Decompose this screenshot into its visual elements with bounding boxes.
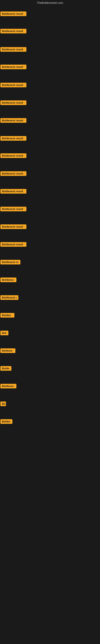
bottleneck-badge-21[interactable]: Bottle: [0, 366, 11, 371]
result-row-24: Bottler: [0, 419, 12, 425]
result-row-17: Bottleneck r: [0, 295, 18, 301]
result-row-16: Bottlenec: [0, 278, 16, 283]
result-row-19: Bot: [0, 331, 8, 336]
bottleneck-badge-9[interactable]: Bottleneck result: [0, 153, 26, 158]
bottleneck-badge-17[interactable]: Bottleneck r: [0, 295, 18, 300]
site-title: TheBottlenecker.com: [0, 0, 100, 6]
result-row-2: Bottleneck result: [0, 29, 26, 34]
bottleneck-badge-10[interactable]: Bottleneck result: [0, 171, 26, 176]
result-row-15: Bottleneck re: [0, 260, 20, 265]
bottleneck-badge-1[interactable]: Bottleneck result: [0, 12, 26, 16]
result-row-10: Bottleneck result: [0, 171, 26, 177]
bottleneck-badge-19[interactable]: Bot: [0, 331, 8, 335]
bottleneck-badge-4[interactable]: Bottleneck result: [0, 64, 26, 69]
bottleneck-badge-24[interactable]: Bottler: [0, 419, 12, 424]
bottleneck-badge-7[interactable]: Bottleneck result: [0, 118, 26, 123]
result-row-1: Bottleneck result: [0, 12, 26, 17]
bottleneck-badge-3[interactable]: Bottleneck result: [0, 47, 26, 52]
bottleneck-badge-14[interactable]: Bottleneck result: [0, 242, 26, 247]
bottleneck-badge-11[interactable]: Bottleneck result: [0, 189, 26, 194]
page-wrapper: TheBottlenecker.com Bottleneck resultBot…: [0, 0, 100, 644]
result-row-8: Bottleneck result: [0, 136, 26, 142]
bottleneck-badge-16[interactable]: Bottlenec: [0, 278, 16, 282]
result-row-23: Bo: [0, 402, 6, 407]
result-row-21: Bottle: [0, 366, 11, 372]
result-row-12: Bottleneck result: [0, 207, 26, 212]
result-row-9: Bottleneck result: [0, 153, 26, 159]
bottleneck-badge-13[interactable]: Bottleneck result: [0, 224, 26, 229]
bottleneck-badge-23[interactable]: Bo: [0, 402, 6, 406]
bottleneck-badge-20[interactable]: Bottlene: [0, 348, 15, 353]
result-row-7: Bottleneck result: [0, 118, 26, 124]
bottleneck-badge-15[interactable]: Bottleneck re: [0, 260, 20, 264]
result-row-11: Bottleneck result: [0, 189, 26, 194]
bottleneck-badge-6[interactable]: Bottleneck result: [0, 100, 26, 105]
result-row-4: Bottleneck result: [0, 64, 26, 70]
bottleneck-badge-12[interactable]: Bottleneck result: [0, 207, 26, 211]
bottleneck-badge-5[interactable]: Bottleneck result: [0, 83, 26, 87]
result-row-20: Bottlene: [0, 348, 15, 354]
bottleneck-badge-2[interactable]: Bottleneck result: [0, 29, 26, 34]
bottleneck-badge-8[interactable]: Bottleneck result: [0, 136, 26, 141]
bottleneck-badge-18[interactable]: Bottlen: [0, 313, 14, 318]
result-row-3: Bottleneck result: [0, 47, 26, 52]
bottleneck-badge-22[interactable]: Bottlenec: [0, 384, 16, 388]
result-row-5: Bottleneck result: [0, 83, 26, 88]
result-row-22: Bottlenec: [0, 384, 16, 389]
result-row-13: Bottleneck result: [0, 224, 26, 230]
result-row-18: Bottlen: [0, 313, 14, 318]
result-row-6: Bottleneck result: [0, 100, 26, 106]
result-row-14: Bottleneck result: [0, 242, 26, 248]
